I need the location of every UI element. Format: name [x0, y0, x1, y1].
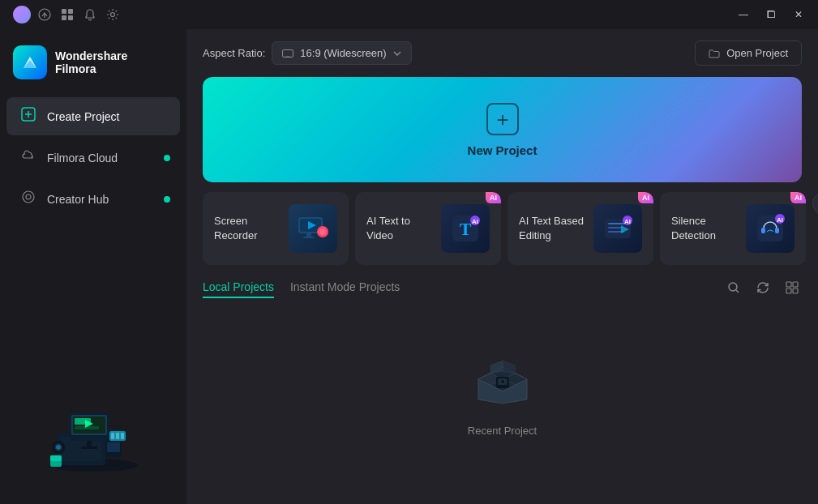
titlebar: — ⧠ ✕ [0, 0, 818, 29]
ai-text-based-editing-card[interactable]: AI Text Based Editing AI AI [508, 192, 653, 265]
screen-recorder-icon [289, 204, 337, 253]
aspect-ratio-selector: Aspect Ratio: 16:9 (Widescreen) [203, 41, 412, 65]
grid-icon[interactable] [58, 6, 76, 23]
grid-view-button[interactable] [782, 278, 802, 301]
new-project-plus-icon: ＋ [486, 103, 519, 135]
ai-text-to-video-card[interactable]: AI Text to Video T AI AI [355, 192, 501, 265]
tab-local-projects[interactable]: Local Projects [203, 280, 274, 298]
projects-tabs: Local Projects Instant Mode Projects [186, 275, 818, 307]
titlebar-buttons: — ⧠ ✕ [730, 3, 812, 26]
tab-instant-mode-projects[interactable]: Instant Mode Projects [290, 280, 400, 298]
scroll-right-button[interactable]: › [812, 192, 818, 215]
minimize-button[interactable]: — [730, 3, 756, 26]
svg-line-60 [736, 290, 739, 293]
empty-state-label: Recent Project [468, 425, 537, 437]
creator-hub-notification-dot [164, 196, 170, 203]
silence-detection-badge: AI [790, 192, 806, 203]
svg-rect-39 [306, 233, 311, 237]
svg-rect-56 [775, 228, 779, 233]
sidebar-item-create-project[interactable]: Create Project [6, 97, 180, 135]
svg-point-68 [501, 380, 504, 383]
svg-rect-40 [303, 237, 315, 238]
content-area: Aspect Ratio: 16:9 (Widescreen) Open P [186, 29, 818, 504]
ai-text-based-editing-badge: AI [638, 192, 653, 203]
open-project-button[interactable]: Open Project [695, 41, 802, 66]
sidebar-item-filmora-cloud[interactable]: Filmora Cloud [6, 139, 180, 177]
aspect-ratio-dropdown[interactable]: 16:9 (Widescreen) [272, 41, 411, 65]
close-button[interactable]: ✕ [786, 3, 812, 26]
new-project-label: New Project [468, 143, 537, 157]
create-project-icon [19, 107, 37, 126]
svg-point-11 [26, 194, 31, 199]
create-project-label: Create Project [47, 110, 119, 123]
ai-text-to-video-badge: AI [486, 192, 501, 203]
svg-rect-32 [116, 433, 119, 439]
maximize-button[interactable]: ⧠ [758, 3, 784, 26]
sidebar: Wondershare Filmora Create Project Filmo… [0, 29, 186, 504]
silence-detection-card[interactable]: Silence Detection AI AI [660, 192, 806, 265]
svg-point-59 [729, 283, 737, 291]
svg-rect-29 [50, 455, 62, 461]
svg-rect-31 [111, 433, 114, 439]
svg-rect-33 [121, 433, 124, 439]
creator-hub-label: Creator Hub [47, 193, 109, 206]
svg-text:T: T [460, 219, 472, 239]
aspect-ratio-label: Aspect Ratio: [203, 47, 265, 59]
empty-state: Recent Project [186, 307, 818, 504]
svg-rect-63 [786, 288, 791, 293]
svg-text:AI: AI [624, 218, 631, 225]
search-button[interactable] [724, 278, 743, 301]
topbar: Aspect Ratio: 16:9 (Widescreen) Open P [186, 29, 818, 77]
aspect-ratio-value: 16:9 (Widescreen) [300, 47, 386, 59]
svg-point-10 [23, 191, 34, 203]
creator-hub-icon [19, 190, 37, 208]
svg-rect-3 [68, 9, 73, 14]
svg-rect-55 [761, 228, 765, 233]
chevron-down-icon [393, 51, 401, 56]
logo-brand: Wondershare [55, 49, 127, 62]
open-project-label: Open Project [726, 47, 788, 59]
svg-rect-64 [793, 288, 798, 293]
logo: Wondershare Filmora [0, 39, 186, 96]
sidebar-item-creator-hub[interactable]: Creator Hub [6, 180, 180, 218]
logo-text: Wondershare Filmora [55, 49, 127, 75]
upload-icon[interactable] [36, 6, 54, 23]
logo-icon [13, 45, 47, 79]
screen-recorder-label: Screen Recorder [214, 214, 287, 243]
filmora-cloud-notification-dot [164, 155, 170, 161]
folder-icon [709, 49, 720, 58]
main-layout: Wondershare Filmora Create Project Filmo… [0, 29, 818, 504]
svg-text:AI: AI [777, 216, 783, 224]
svg-text:AI: AI [472, 218, 478, 225]
avatar-icon[interactable] [13, 6, 31, 23]
svg-rect-61 [786, 282, 791, 287]
sidebar-illustration [0, 371, 186, 494]
svg-rect-21 [87, 441, 92, 447]
svg-rect-2 [62, 9, 66, 14]
svg-point-42 [319, 229, 326, 235]
ai-text-to-video-icon: T AI [441, 204, 490, 253]
monitor-icon [282, 49, 293, 58]
svg-rect-62 [793, 282, 798, 287]
svg-rect-34 [283, 49, 293, 57]
filmora-cloud-icon [19, 148, 37, 167]
screen-recorder-card[interactable]: Screen Recorder [203, 192, 349, 265]
bell-icon[interactable] [81, 6, 99, 23]
silence-detection-icon: AI [746, 204, 794, 253]
feature-cards-row: Screen Recorder AI Text to Video [186, 182, 818, 275]
ai-text-based-editing-label: AI Text Based Editing [519, 214, 592, 243]
svg-rect-5 [68, 15, 73, 20]
svg-rect-49 [608, 227, 623, 229]
silence-detection-label: Silence Detection [671, 214, 744, 243]
refresh-button[interactable] [753, 278, 773, 301]
new-project-banner[interactable]: ＋ New Project [203, 77, 802, 182]
titlebar-icons [13, 6, 122, 23]
svg-point-27 [56, 445, 61, 450]
svg-rect-24 [107, 442, 120, 452]
tabs-actions [724, 278, 802, 301]
filmora-cloud-label: Filmora Cloud [47, 152, 118, 164]
svg-rect-22 [81, 446, 97, 449]
empty-box-icon [462, 343, 543, 412]
settings-icon[interactable] [104, 6, 122, 23]
svg-point-6 [111, 13, 115, 17]
